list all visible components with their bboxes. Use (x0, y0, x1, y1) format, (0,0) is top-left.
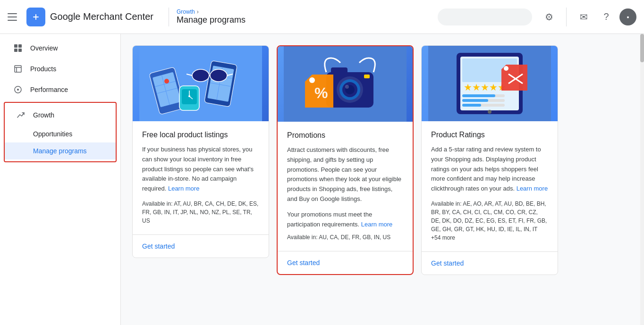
scroll-track (640, 34, 644, 325)
performance-icon (13, 85, 23, 94)
app-logo: Google Merchant Center (26, 8, 153, 26)
sidebar-item-overview[interactable]: Overview (0, 38, 120, 58)
header-divider (169, 8, 169, 26)
svg-text:★★★★★: ★★★★★ (464, 82, 506, 92)
svg-rect-44 (364, 75, 370, 78)
illustration-promotions: % (284, 46, 407, 122)
breadcrumb: Growth › Manage programs (177, 8, 246, 25)
get-started-button-ratings[interactable]: Get started (431, 259, 464, 267)
illustration-local (139, 46, 262, 121)
svg-rect-2 (18, 44, 22, 48)
svg-point-58 (488, 110, 491, 114)
menu-icon[interactable] (8, 11, 19, 23)
breadcrumb-separator: › (197, 8, 199, 15)
card-image-promotions: % (278, 46, 413, 122)
growth-label: Growth (33, 111, 54, 119)
learn-more-link-ratings[interactable]: Learn more (517, 185, 548, 192)
learn-more-link-free-local[interactable]: Learn more (168, 185, 199, 192)
overview-label: Overview (30, 44, 58, 52)
overview-icon (13, 43, 23, 53)
card-image-free-local (133, 46, 269, 121)
icon-divider (566, 8, 567, 26)
performance-label: Performance (30, 86, 68, 93)
header: Google Merchant Center Growth › Manage p… (0, 0, 644, 34)
svg-rect-5 (15, 66, 21, 72)
svg-point-43 (345, 85, 349, 89)
svg-rect-55 (462, 99, 488, 102)
illustration-ratings: ★★★★★ (428, 46, 551, 121)
products-label: Products (30, 65, 56, 73)
products-icon (13, 64, 23, 74)
card-title-promotions: Promotions (287, 131, 403, 140)
sidebar-item-manage-programs[interactable]: Manage programs (5, 142, 116, 159)
card-body-promotions: Promotions Attract customers with discou… (278, 122, 413, 251)
svg-rect-53 (462, 94, 495, 97)
card-available-promotions: Available in: AU, CA, DE, FR, GB, IN, US (287, 233, 403, 242)
user-avatar[interactable]: ▪ (619, 8, 636, 25)
card-footer-ratings: Get started (422, 251, 558, 275)
svg-rect-57 (462, 104, 481, 107)
main-content: Free local product listings If your busi… (121, 34, 644, 325)
card-description-promotions: Attract customers with discounts, free s… (287, 145, 403, 204)
card-description-ratings: Add a 5-star rating and review system to… (431, 145, 548, 194)
sidebar: Overview Products Performance (0, 34, 121, 325)
svg-point-30 (188, 95, 190, 97)
page-title: Manage programs (177, 15, 246, 25)
card-body-free-local: Free local product listings If your busi… (133, 121, 269, 234)
card-image-ratings: ★★★★★ (422, 46, 558, 121)
card-footer-free-local: Get started (133, 234, 269, 258)
card-body-ratings: Product Ratings Add a 5-star rating and … (422, 121, 558, 251)
sidebar-item-products[interactable]: Products (0, 58, 120, 79)
card-participation-text: Your promotions must meet the participat… (287, 211, 372, 228)
search-box[interactable] (438, 8, 532, 25)
card-title-ratings: Product Ratings (431, 131, 548, 139)
card-participation-promotions: Your promotions must meet the participat… (287, 210, 403, 230)
svg-rect-3 (14, 49, 17, 52)
svg-point-31 (192, 69, 209, 82)
cards-grid: Free local product listings If your busi… (132, 45, 633, 275)
app-name: Google Merchant Center (50, 11, 153, 22)
header-actions: ⚙ ✉ ? ▪ (438, 8, 636, 26)
svg-point-32 (210, 69, 227, 82)
opportunities-label: Opportunities (33, 130, 72, 138)
svg-rect-38 (331, 67, 347, 77)
get-started-button-free-local[interactable]: Get started (142, 242, 175, 250)
help-icon[interactable]: ? (597, 8, 616, 26)
layout: Overview Products Performance (0, 34, 644, 325)
sidebar-item-growth[interactable]: Growth (5, 105, 116, 125)
settings-icon[interactable]: ⚙ (540, 8, 559, 26)
svg-point-9 (17, 89, 19, 91)
manage-programs-label: Manage programs (33, 147, 87, 155)
svg-point-45 (309, 77, 315, 83)
breadcrumb-link[interactable]: Growth (177, 8, 195, 15)
svg-rect-1 (14, 44, 17, 48)
card-description-free-local: If your business has physical stores, yo… (142, 145, 259, 194)
card-footer-promotions: Get started (278, 251, 413, 274)
sidebar-item-opportunities[interactable]: Opportunities (5, 125, 116, 142)
get-started-button-promotions[interactable]: Get started (287, 259, 320, 267)
card-available-free-local: Available in: AT, AU, BR, CA, CH, DE, DK… (142, 200, 259, 225)
card-available-ratings: Available in: AE, AO, AR, AT, AU, BD, BE… (431, 200, 548, 242)
card-desc-text-promotions: Attract customers with discounts, free s… (287, 146, 401, 202)
logo-icon (26, 8, 45, 26)
card-product-ratings: ★★★★★ (421, 45, 558, 275)
sidebar-item-performance[interactable]: Performance (0, 79, 120, 100)
growth-icon (16, 110, 25, 120)
card-title-free-local: Free local product listings (142, 131, 259, 139)
learn-more-link-promotions[interactable]: Learn more (361, 221, 392, 228)
svg-text:%: % (314, 84, 328, 101)
scroll-thumb[interactable] (640, 34, 644, 62)
growth-section: Growth Opportunities Manage programs (4, 102, 117, 162)
svg-rect-4 (18, 49, 22, 52)
card-promotions: % Promotions Attract customers with disc… (277, 45, 414, 275)
mail-icon[interactable]: ✉ (574, 8, 593, 26)
card-free-local: Free local product listings If your busi… (132, 45, 269, 258)
breadcrumb-parent: Growth › (177, 8, 246, 15)
svg-point-59 (504, 66, 508, 71)
